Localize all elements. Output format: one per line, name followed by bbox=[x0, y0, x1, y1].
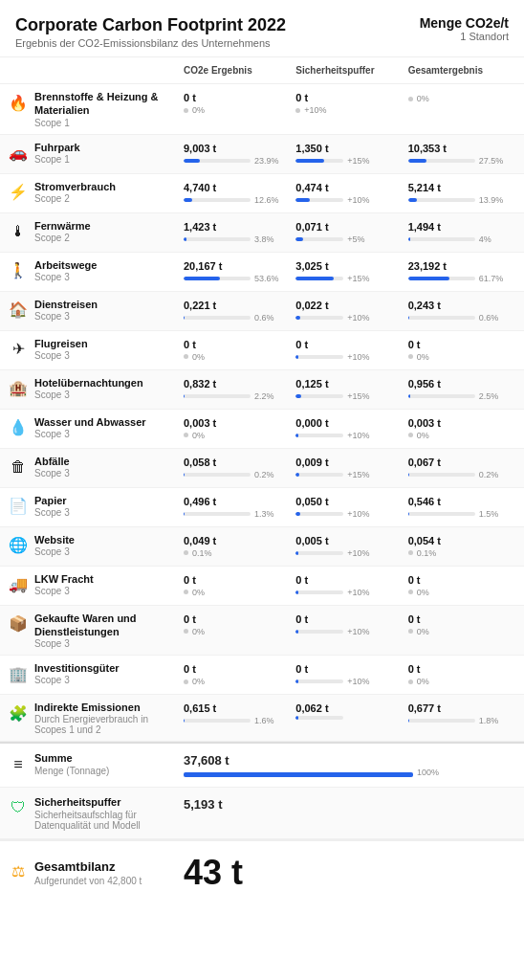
puffer-col: 0 t +10% bbox=[292, 572, 404, 599]
puffer-bar-label: +10% bbox=[347, 588, 369, 597]
gesamt-col: 0 t 0% bbox=[404, 612, 516, 638]
row-label: 📄 Papier Scope 3 bbox=[8, 494, 180, 518]
co2e-bar-row: 0% bbox=[184, 677, 288, 686]
puffer-bar-row: +15% bbox=[295, 391, 400, 401]
gesamtbilanz-label-text: Gesamtbilanz Aufgerundet von 42,800 t bbox=[34, 859, 142, 886]
puffer-bar-row: +5% bbox=[295, 234, 400, 244]
page-title: Corporate Carbon Footprint 2022 bbox=[15, 15, 286, 35]
row-scope: Scope 3 bbox=[34, 586, 94, 596]
gesamtbilanz-icon: ⚖ bbox=[8, 861, 29, 882]
puffer-bar-container bbox=[295, 473, 343, 477]
co2e-bar-row: 3.8% bbox=[184, 234, 288, 244]
gesamt-bar-row: 0% bbox=[408, 588, 513, 597]
col-puffer: Sicherheitspuffer bbox=[292, 61, 404, 79]
table-row: 🚗 Fuhrpark Scope 1 9,003 t 23.9% 1,350 t… bbox=[0, 135, 524, 174]
gesamt-bar-row: 0% bbox=[408, 94, 513, 103]
puffer-bar-row: +15% bbox=[295, 156, 400, 166]
co2e-bar-label: 0.6% bbox=[254, 313, 274, 323]
co2e-value: 0,221 t bbox=[184, 300, 288, 311]
co2e-col: 0 t 0% bbox=[180, 337, 292, 364]
puffer-col: 0 t +10% bbox=[292, 661, 404, 688]
data-rows: 🔥 Brennstoffe & Heizung & Materialien Sc… bbox=[0, 84, 524, 742]
puffer-col: 0,022 t +10% bbox=[292, 298, 404, 324]
co2e-value: 0 t bbox=[184, 92, 288, 103]
puffer-value: 0,005 t bbox=[295, 535, 400, 546]
row-name: Hotelübernachtungen bbox=[34, 376, 143, 390]
gesamt-bar-label: 2.5% bbox=[479, 391, 499, 401]
gesamt-col: 0,243 t 0.6% bbox=[404, 298, 516, 324]
puffer-bar-row: +10% bbox=[295, 627, 400, 636]
gesamt-bar-container bbox=[408, 394, 475, 398]
gesamt-bar-label: 0% bbox=[417, 352, 429, 362]
row-icon: 🏨 bbox=[8, 378, 29, 399]
puffer-bar-label: +10% bbox=[347, 195, 369, 205]
row-icon: 🗑 bbox=[8, 457, 29, 478]
row-label: 🧩 Indirekte Emissionen Durch Energieverb… bbox=[8, 701, 180, 735]
summe-bar-wrap: 100% bbox=[184, 768, 513, 777]
gesamt-value: 0,677 t bbox=[408, 702, 513, 714]
gesamt-bar-label: 0% bbox=[417, 94, 429, 103]
co2e-value: 20,167 t bbox=[184, 260, 288, 272]
gesamt-value: 0,956 t bbox=[408, 378, 513, 390]
puffer-bar-container bbox=[295, 434, 343, 437]
row-label: 🌡 Fernwärme Scope 2 bbox=[8, 219, 180, 243]
gesamt-bar-label: 1.8% bbox=[479, 716, 499, 725]
puffer-bar-row: +15% bbox=[295, 470, 400, 479]
table-row: ✈ Flugreisen Scope 3 0 t 0% 0 t +10% 0 t bbox=[0, 331, 524, 370]
puffer-bar-container bbox=[295, 355, 343, 359]
gesamt-col: 0 t 0% bbox=[404, 572, 516, 599]
puffer-value: 0 t bbox=[295, 613, 400, 625]
sicherheit-name: Sicherheitspuffer bbox=[34, 795, 172, 809]
row-label: 🗑 Abfälle Scope 3 bbox=[8, 455, 180, 479]
puffer-bar-fill bbox=[295, 316, 300, 320]
co2e-value: 0 t bbox=[184, 613, 288, 625]
gesamt-col: 1,494 t 4% bbox=[404, 219, 516, 246]
co2e-value: 0,832 t bbox=[184, 378, 288, 390]
puffer-bar-fill bbox=[295, 277, 334, 280]
co2e-col: 4,740 t 12.6% bbox=[180, 180, 292, 207]
row-icon: 📦 bbox=[8, 613, 29, 635]
row-name: Fuhrpark bbox=[34, 141, 80, 154]
gesamt-bar-row: 61.7% bbox=[408, 274, 513, 283]
gesamt-col: 0,054 t 0.1% bbox=[404, 533, 516, 560]
gesamt-col: 0,546 t 1.5% bbox=[404, 494, 516, 521]
summe-value: 37,608 t bbox=[184, 753, 513, 768]
co2e-col: 0,615 t 1.6% bbox=[180, 701, 292, 727]
co2e-value: 0 t bbox=[184, 663, 288, 675]
header-right: Menge CO2e/t 1 Standort bbox=[420, 15, 509, 42]
puffer-col: 0,062 t bbox=[292, 701, 404, 722]
row-name: LKW Fracht bbox=[34, 572, 94, 586]
co2e-bar-row: 0.2% bbox=[184, 470, 288, 479]
puffer-bar-label: +10% bbox=[304, 105, 326, 115]
puffer-col: 0,474 t +10% bbox=[292, 180, 404, 207]
row-name: Investitionsgüter bbox=[34, 661, 120, 675]
co2e-col: 9,003 t 23.9% bbox=[180, 141, 292, 167]
puffer-bar-fill bbox=[295, 590, 298, 594]
row-name: Dienstreisen bbox=[34, 298, 98, 311]
puffer-value: 1,350 t bbox=[295, 143, 400, 154]
puffer-value: 0 t bbox=[295, 663, 400, 675]
puffer-bar-label: +10% bbox=[347, 677, 369, 686]
co2e-value: 0 t bbox=[184, 574, 288, 586]
co2e-bar-label: 1.6% bbox=[254, 716, 274, 725]
gesamt-value: 0 t bbox=[408, 339, 513, 350]
row-icon: 🏢 bbox=[8, 663, 29, 684]
puffer-bar-label: +15% bbox=[347, 274, 369, 283]
row-scope: Scope 3 bbox=[34, 350, 88, 361]
gesamt-bar-container bbox=[408, 316, 475, 320]
gesamtbilanz-value-col: 43 t bbox=[180, 851, 516, 895]
puffer-value: 0,062 t bbox=[295, 702, 400, 714]
puffer-value: 0,009 t bbox=[295, 457, 400, 468]
puffer-bar-row bbox=[295, 716, 400, 720]
gesamt-value: 0,067 t bbox=[408, 457, 513, 468]
gesamt-bar-fill bbox=[408, 394, 410, 398]
row-icon: ⚡ bbox=[8, 182, 29, 203]
row-name: Fernwärme bbox=[34, 219, 91, 233]
row-scope: Scope 2 bbox=[34, 233, 91, 243]
gesamt-bar-label: 0% bbox=[417, 627, 429, 636]
gesamt-bar-row: 0.6% bbox=[408, 313, 513, 323]
gesamt-value: 0,243 t bbox=[408, 300, 513, 311]
co2e-bar-row: 1.6% bbox=[184, 716, 288, 725]
puffer-bar-label: +10% bbox=[347, 352, 369, 362]
table-row: 🚚 LKW Fracht Scope 3 0 t 0% 0 t +10% 0 t bbox=[0, 567, 524, 606]
